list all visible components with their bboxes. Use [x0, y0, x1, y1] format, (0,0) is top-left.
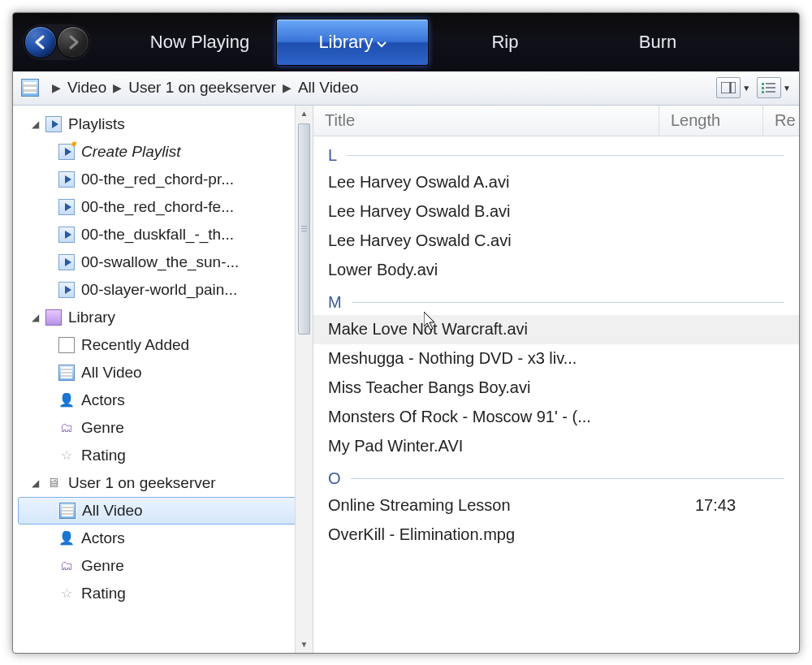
crumb-user[interactable]: User 1 on geekserver [128, 79, 276, 97]
forward-button[interactable] [57, 26, 89, 58]
crumb-separator-icon: ▶ [113, 81, 122, 94]
collapse-icon[interactable]: ◢ [29, 312, 41, 323]
new-playlist-icon [58, 144, 75, 160]
tree-create-playlist[interactable]: Create Playlist [18, 138, 309, 166]
tree-playlists[interactable]: ◢ Playlists [18, 110, 309, 138]
main-panel: Title Length Re LLee Harvey Oswald A.avi… [313, 106, 799, 653]
breadcrumb-toolbar: ▶ Video ▶ User 1 on geekserver ▶ All Vid… [13, 71, 799, 106]
list-item[interactable]: Lee Harvey Oswald B.avi [313, 197, 799, 227]
tab-library[interactable]: Library [276, 19, 429, 66]
svg-rect-1 [731, 82, 736, 93]
list-item[interactable]: My Pad Winter.AVI [313, 432, 799, 461]
column-headers: Title Length Re [313, 106, 799, 136]
tree-recently-added[interactable]: Recently Added [18, 331, 309, 359]
computer-icon: 🖥 [45, 475, 62, 491]
tree-playlist-item[interactable]: 00-the_red_chord-fe... [18, 193, 309, 221]
crumb-separator-icon: ▶ [52, 81, 61, 94]
genre-icon: 🗂 [58, 558, 75, 574]
group-header: M [313, 285, 799, 315]
tree-all-video[interactable]: All Video [18, 359, 309, 386]
playlist-icon [58, 227, 75, 243]
video-list: LLee Harvey Oswald A.aviLee Harvey Oswal… [313, 136, 799, 653]
list-item[interactable]: Online Streaming Lesson17:43 [313, 491, 799, 520]
column-length[interactable]: Length [659, 106, 763, 136]
collapse-icon[interactable]: ◢ [29, 119, 41, 130]
svg-rect-3 [766, 83, 775, 84]
layout-view-button[interactable] [716, 77, 741, 98]
tree-playlist-item[interactable]: 00-the_red_chord-pr... [18, 166, 309, 193]
tree-remote-user[interactable]: ◢ 🖥 User 1 on geekserver [18, 469, 309, 497]
tree-rating[interactable]: ☆Rating [18, 442, 309, 469]
tree-remote-rating[interactable]: ☆Rating [18, 580, 309, 607]
list-item[interactable]: Lee Harvey Oswald C.avi [313, 227, 799, 256]
layout-view-dropdown[interactable]: ▼ [742, 84, 750, 93]
list-item[interactable]: Lee Harvey Oswald A.avi [313, 168, 799, 197]
list-item[interactable]: Monsters Of Rock - Moscow 91' - (... [313, 403, 799, 432]
top-bar: Now Playing Library Rip Burn [13, 13, 799, 71]
column-rest[interactable]: Re [763, 106, 799, 136]
list-item[interactable]: Miss Teacher Bangs Boy.avi [313, 374, 799, 403]
scroll-up-icon[interactable]: ▲ [296, 106, 313, 122]
crumb-separator-icon: ▶ [283, 81, 292, 94]
tree-actors[interactable]: 👤Actors [18, 386, 309, 414]
content-area: ◢ Playlists Create Playlist 00-the_red_c… [13, 106, 799, 653]
list-item[interactable]: Make Love Not Warcraft.avi [313, 315, 799, 344]
sidebar-scrollbar[interactable]: ▲ ▼ [295, 106, 313, 653]
calendar-icon [58, 337, 75, 353]
playlist-icon [58, 171, 75, 188]
list-view-button[interactable] [757, 77, 781, 98]
video-icon [58, 365, 75, 381]
tree-playlist-item[interactable]: 00-swallow_the_sun-... [18, 248, 309, 276]
playlist-icon [58, 282, 75, 298]
tree-library[interactable]: ◢ Library [18, 304, 309, 331]
group-header: L [313, 138, 799, 168]
tree-genre[interactable]: 🗂Genre [18, 414, 309, 442]
main-tabs: Now Playing Library Rip Burn [123, 19, 789, 66]
svg-rect-0 [721, 82, 730, 93]
star-icon: ☆ [58, 585, 75, 602]
playlist-icon [58, 254, 75, 270]
video-library-icon [21, 79, 39, 97]
group-header: O [313, 461, 799, 491]
star-icon: ☆ [58, 447, 75, 464]
svg-rect-5 [766, 87, 775, 89]
back-button[interactable] [24, 26, 57, 58]
svg-rect-7 [766, 91, 775, 93]
list-item[interactable]: Meshugga - Nothing DVD - x3 liv... [313, 344, 799, 374]
collapse-icon[interactable]: ◢ [29, 477, 41, 489]
svg-rect-6 [762, 91, 764, 93]
list-item[interactable]: Lower Body.avi [313, 256, 799, 285]
tab-now-playing[interactable]: Now Playing [123, 19, 276, 66]
genre-icon: 🗂 [58, 420, 75, 436]
tab-rip[interactable]: Rip [429, 19, 581, 66]
app-window: Now Playing Library Rip Burn ▶ Video ▶ U… [12, 12, 800, 654]
tree-playlist-item[interactable]: 00-the_duskfall_-_th... [18, 221, 309, 248]
nav-buttons [23, 24, 91, 60]
scrollbar-thumb[interactable] [298, 123, 310, 335]
nav-tree: ◢ Playlists Create Playlist 00-the_red_c… [13, 106, 313, 612]
chevron-down-icon [377, 32, 387, 53]
tab-burn[interactable]: Burn [581, 19, 734, 66]
list-view-dropdown[interactable]: ▼ [783, 84, 791, 93]
tree-playlist-item[interactable]: 00-slayer-world_pain... [18, 276, 309, 304]
video-icon [59, 503, 76, 519]
svg-rect-2 [762, 83, 764, 85]
sidebar: ◢ Playlists Create Playlist 00-the_red_c… [13, 106, 313, 653]
person-icon: 👤 [58, 392, 75, 408]
column-title[interactable]: Title [313, 106, 659, 136]
list-item[interactable]: OverKill - Elimination.mpg [313, 520, 799, 550]
crumb-all-video[interactable]: All Video [298, 79, 359, 97]
playlist-icon [58, 199, 75, 215]
svg-rect-4 [762, 87, 764, 89]
scroll-down-icon[interactable]: ▼ [296, 637, 313, 653]
library-icon [45, 309, 62, 326]
crumb-video[interactable]: Video [67, 79, 106, 97]
tree-remote-all-video[interactable]: All Video [18, 497, 309, 525]
playlist-icon [45, 116, 62, 132]
person-icon: 👤 [58, 530, 75, 546]
tree-remote-genre[interactable]: 🗂Genre [18, 552, 309, 580]
tree-remote-actors[interactable]: 👤Actors [18, 525, 309, 552]
